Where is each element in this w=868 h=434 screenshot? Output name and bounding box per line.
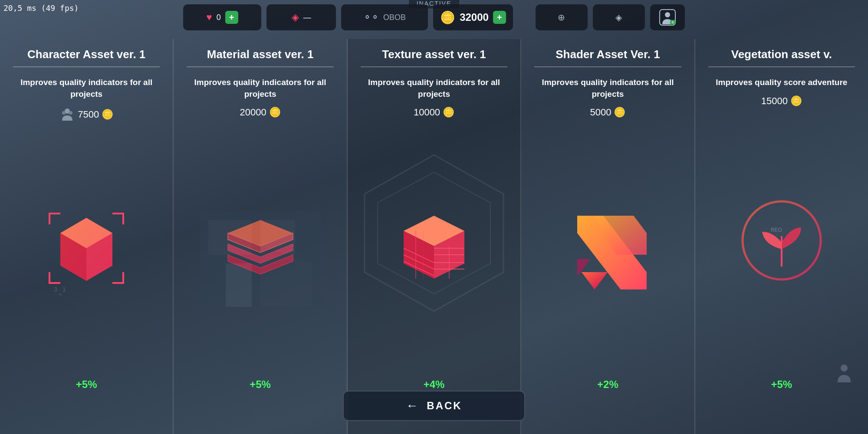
character-asset-icon: 3 1 2	[39, 201, 134, 296]
back-button-label: BACK	[427, 400, 462, 412]
svg-point-46	[841, 365, 848, 372]
layers-icon: ◈	[292, 12, 299, 23]
svg-point-6	[69, 111, 72, 115]
layers-dash: —	[303, 13, 311, 22]
card-material-desc: Improves quality indicators for all proj…	[187, 77, 333, 100]
character-person-icon	[59, 107, 75, 122]
card-vegetation-bonus: +5%	[771, 378, 792, 391]
card-character-bonus: +5%	[76, 378, 97, 391]
character-cost-value: 7500	[78, 109, 99, 120]
extra-widget-2: ◈	[593, 4, 645, 30]
top-bar: ♥ 0 + ◈ — ⚬⚬ OBOB 🪙 32000 + ⊕ ◈ $	[0, 0, 868, 35]
card-character[interactable]: Character Asset ver. 1 Improves quality …	[0, 39, 174, 434]
svg-marker-42	[582, 272, 608, 289]
vegetation-icon-area: REO	[708, 107, 855, 374]
card-material-bonus: +5%	[250, 378, 271, 391]
card-texture-desc: Improves quality indicators for all proj…	[361, 77, 507, 100]
layers-widget: ◈ —	[266, 4, 336, 30]
card-shader-desc: Improves quality indicators for all proj…	[534, 77, 681, 100]
card-vegetation-cost: 15000 🪙	[761, 95, 802, 107]
character-icon-area: 3 1 2	[13, 122, 160, 374]
card-vegetation-desc: Improves quality score adventure	[716, 77, 847, 89]
currency-add-button[interactable]: +	[493, 11, 506, 24]
card-texture[interactable]: Texture asset ver. 1 Improves quality in…	[348, 39, 521, 434]
vegetation-asset-icon: REO	[734, 193, 829, 288]
extra-widget-1: ⊕	[536, 4, 588, 30]
extra-icon-2: ◈	[615, 12, 622, 23]
shader-cost-icon: 🪙	[614, 107, 625, 118]
currency-widget: 🪙 32000 +	[433, 4, 513, 30]
svg-text:1: 1	[62, 286, 66, 293]
card-shader-title: Shader Asset Ver. 1	[534, 48, 681, 67]
card-character-cost: 7500 🪙	[59, 107, 113, 122]
vegetation-figure-icon	[833, 363, 855, 386]
card-character-desc: Improves quality indicators for all proj…	[13, 77, 160, 100]
card-vegetation[interactable]: Vegetation asset v. Improves quality sco…	[695, 39, 868, 434]
card-texture-cost: 10000 🪙	[414, 107, 454, 118]
user-profile-icon: $	[659, 9, 676, 26]
heart-widget: ♥ 0 +	[183, 4, 261, 30]
material-icon-area	[187, 118, 333, 374]
svg-point-5	[62, 111, 66, 115]
svg-marker-25	[365, 155, 503, 311]
dots-circles-icon: ⚬⚬	[363, 12, 379, 23]
card-vegetation-title: Vegetation asset v.	[708, 48, 855, 67]
svg-point-1	[665, 12, 670, 17]
character-cost-icon: 🪙	[102, 109, 113, 120]
extra-icon-1: ⊕	[558, 12, 565, 23]
svg-text:2: 2	[58, 293, 62, 296]
heart-add-button[interactable]: +	[225, 11, 238, 24]
card-material-cost: 20000 🪙	[240, 107, 281, 118]
shader-icon-area	[534, 118, 681, 374]
material-cost-icon: 🪙	[269, 107, 281, 118]
material-bg-scene	[191, 177, 330, 316]
vegetation-cost-value: 15000	[761, 95, 788, 107]
back-arrow-icon: ←	[406, 399, 418, 413]
user-profile-button[interactable]: $	[650, 4, 685, 30]
texture-cost-value: 10000	[414, 107, 440, 118]
cards-container: Character Asset ver. 1 Improves quality …	[0, 39, 868, 434]
coin-icon: 🪙	[440, 10, 455, 25]
dots-label: OBOB	[383, 13, 406, 22]
svg-text:$: $	[672, 20, 674, 24]
shader-asset-icon	[560, 198, 655, 294]
svg-rect-17	[226, 263, 252, 307]
card-texture-bonus: +4%	[424, 378, 445, 391]
texture-cost-icon: 🪙	[443, 107, 454, 118]
card-shader[interactable]: Shader Asset Ver. 1 Improves quality ind…	[521, 39, 695, 434]
svg-rect-15	[208, 220, 252, 255]
shader-cost-value: 5000	[590, 107, 611, 118]
heart-icon: ♥	[207, 12, 212, 23]
card-texture-title: Texture asset ver. 1	[361, 48, 507, 67]
svg-text:3: 3	[54, 286, 57, 293]
card-shader-bonus: +2%	[597, 378, 618, 391]
texture-icon-area	[361, 118, 507, 374]
heart-count: 0	[217, 13, 221, 22]
card-material-title: Material asset ver. 1	[187, 48, 333, 67]
card-character-title: Character Asset ver. 1	[13, 48, 160, 67]
currency-amount: 32000	[460, 11, 489, 23]
svg-marker-26	[378, 172, 490, 294]
svg-text:REO: REO	[771, 227, 782, 233]
card-material[interactable]: Material asset ver. 1 Improves quality i…	[174, 39, 347, 434]
material-cost-value: 20000	[240, 107, 266, 118]
vegetation-cost-icon: 🪙	[790, 95, 802, 107]
perf-counter: 20,5 ms (49 fps)	[3, 3, 79, 13]
back-button[interactable]: ← BACK	[343, 391, 525, 421]
dots-widget: ⚬⚬ OBOB	[341, 4, 428, 30]
card-shader-cost: 5000 🪙	[590, 107, 625, 118]
texture-hex-bg	[347, 146, 521, 346]
